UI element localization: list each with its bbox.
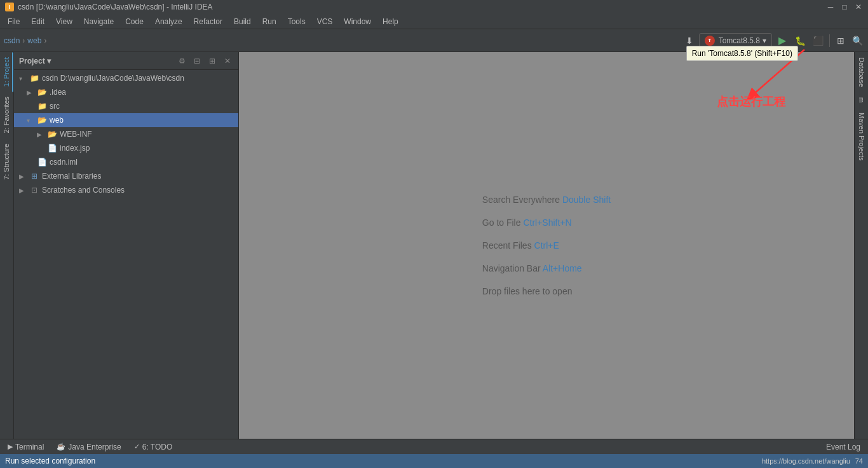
menu-refactor[interactable]: Refactor (189, 16, 227, 27)
menu-bar: File Edit View Navigate Code Analyze Ref… (0, 14, 868, 29)
menu-file[interactable]: File (3, 16, 25, 27)
expand-arrow-icon: ▶ (37, 131, 44, 138)
module-icon: 📁 (29, 73, 39, 83)
hint-text: Search Everywhere (482, 195, 562, 205)
minimize-button[interactable]: ─ (826, 3, 835, 11)
project-panel-title: Project ▾ (19, 57, 172, 65)
sidebar-tab-structure[interactable]: 7: Structure (1, 139, 13, 185)
panel-close-icon[interactable]: ✕ (222, 55, 233, 67)
right-tab-maven[interactable]: m (856, 92, 867, 107)
bottom-tab-label: 6: TODO (142, 443, 173, 451)
main-layout: 1: Project 2: Favorites 7: Structure Pro… (0, 52, 868, 439)
ext-lib-icon: ⊞ (29, 171, 39, 181)
panel-collapse-icon[interactable]: ⊟ (191, 55, 203, 67)
tree-label: src (50, 102, 60, 111)
tree-label: csdn D:\wangliu\JavaCode\JavaWeb\csdn (42, 74, 184, 83)
tree-item-csdn[interactable]: ▾ 📁 csdn D:\wangliu\JavaCode\JavaWeb\csd… (14, 71, 238, 85)
sidebar-tab-favorites[interactable]: 2: Favorites (1, 92, 13, 138)
breadcrumb-item-web[interactable]: web (27, 36, 41, 45)
expand-arrow-icon: ▶ (19, 173, 27, 180)
tree-item-idea[interactable]: ▶ 📂 .idea (14, 85, 238, 99)
folder-icon: 📂 (47, 129, 57, 139)
bottom-bar: ▶ Terminal ☕ Java Enterprise ✓ 6: TODO E… (0, 439, 868, 454)
toolbar-sep (829, 34, 830, 47)
bottom-tab-label: Java Enterprise (68, 443, 121, 451)
hint-drop-files: Drop files here to open (482, 286, 611, 296)
project-panel-header: Project ▾ ⚙ ⊟ ⊞ ✕ (14, 52, 238, 70)
tree-label: .idea (50, 88, 66, 97)
menu-window[interactable]: Window (339, 16, 376, 27)
layout-button[interactable]: ⊞ (834, 34, 848, 48)
bottom-tab-terminal[interactable]: ▶ Terminal (5, 439, 46, 454)
editor-hints: Search Everywhere Double Shift Go to Fil… (470, 182, 623, 309)
tree-item-indexjsp[interactable]: 📄 index.jsp (14, 141, 238, 155)
project-panel: Project ▾ ⚙ ⊟ ⊞ ✕ ▾ 📁 csdn D:\wangliu\Ja… (14, 52, 239, 439)
menu-build[interactable]: Build (229, 16, 256, 27)
tree-label: External Libraries (42, 172, 101, 181)
hint-shortcut: Alt+Home (543, 263, 582, 273)
run-tooltip: Run 'Tomcat8.5.8' (Shift+F10) (686, 46, 798, 61)
url-text: https://blog.csdn.net/wangliu (762, 457, 850, 465)
tree-item-external-libs[interactable]: ▶ ⊞ External Libraries (14, 169, 238, 183)
breadcrumb: csdn › web › (4, 36, 680, 45)
hint-shortcut: Ctrl+Shift+N (523, 217, 571, 228)
sidebar-tab-project[interactable]: 1: Project (1, 52, 13, 92)
tree-item-webinf[interactable]: ▶ 📂 WEB-INF (14, 127, 238, 141)
folder-icon: 📂 (37, 87, 47, 97)
expand-arrow-icon: ▾ (19, 75, 27, 82)
tree-item-csdniml[interactable]: 📄 csdn.iml (14, 155, 238, 169)
breadcrumb-item-csdn[interactable]: csdn (4, 36, 20, 45)
window-title: csdn [D:\wangliu\JavaCode\JavaWeb\csdn] … (18, 3, 213, 11)
hint-goto-file: Go to File Ctrl+Shift+N (482, 217, 611, 228)
expand-arrow-icon: ▶ (19, 187, 27, 194)
hint-text: Go to File (482, 217, 524, 228)
status-number: 74 (855, 457, 863, 465)
menu-analyze[interactable]: Analyze (150, 16, 187, 27)
right-tab-database[interactable]: Database (856, 52, 867, 92)
jsp-file-icon: 📄 (47, 143, 57, 153)
stop-button[interactable]: ⬛ (810, 33, 825, 48)
menu-run[interactable]: Run (257, 16, 281, 27)
menu-navigate[interactable]: Navigate (79, 16, 119, 27)
bottom-tab-java-enterprise[interactable]: ☕ Java Enterprise (54, 439, 123, 454)
menu-vcs[interactable]: VCS (312, 16, 338, 27)
expand-arrow-icon: ▶ (27, 89, 34, 96)
tomcat-icon: T (705, 36, 715, 46)
terminal-icon: ▶ (8, 443, 13, 451)
menu-code[interactable]: Code (120, 16, 149, 27)
tree-label: web (50, 116, 64, 125)
app-icon: I (5, 3, 14, 11)
expand-arrow-icon: ▾ (27, 117, 34, 124)
right-tab-maven-projects[interactable]: Maven Projects (856, 107, 867, 166)
tree-label: index.jsp (60, 144, 90, 153)
menu-help[interactable]: Help (377, 16, 403, 27)
chinese-annotation: 点击运行工程 (717, 94, 785, 109)
event-log-label: Event Log (826, 443, 860, 451)
menu-edit[interactable]: Edit (26, 16, 50, 27)
bottom-tab-event-log[interactable]: Event Log (824, 439, 863, 454)
panel-expand-icon[interactable]: ⊞ (207, 55, 218, 67)
hint-text: Recent Files (482, 240, 534, 251)
search-everywhere-button[interactable]: 🔍 (850, 34, 864, 48)
hint-shortcut: Ctrl+E (534, 240, 559, 251)
close-button[interactable]: ✕ (854, 3, 863, 11)
tree-item-scratches[interactable]: ▶ ⊡ Scratches and Consoles (14, 183, 238, 197)
tooltip-text: Run 'Tomcat8.5.8' (Shift+F10) (692, 49, 792, 58)
tree-label: csdn.iml (50, 158, 78, 167)
java-enterprise-icon: ☕ (57, 443, 65, 451)
hint-text: Navigation Bar (482, 263, 543, 273)
tree-item-web[interactable]: ▾ 📂 web (14, 113, 238, 127)
todo-icon: ✓ (134, 443, 140, 451)
panel-settings-icon[interactable]: ⚙ (176, 55, 187, 67)
tree-label: Scratches and Consoles (42, 186, 125, 195)
menu-view[interactable]: View (51, 16, 78, 27)
hint-nav-bar: Navigation Bar Alt+Home (482, 263, 611, 273)
menu-tools[interactable]: Tools (283, 16, 311, 27)
bottom-tab-todo[interactable]: ✓ 6: TODO (132, 439, 175, 454)
tree-item-src[interactable]: 📁 src (14, 99, 238, 113)
maximize-button[interactable]: □ (840, 3, 849, 11)
hint-recent-files: Recent Files Ctrl+E (482, 240, 611, 251)
run-status-text: Run selected configuration (5, 457, 95, 465)
editor-area: Search Everywhere Double Shift Go to Fil… (239, 52, 854, 439)
left-sidebar-tabs: 1: Project 2: Favorites 7: Structure (0, 52, 14, 439)
